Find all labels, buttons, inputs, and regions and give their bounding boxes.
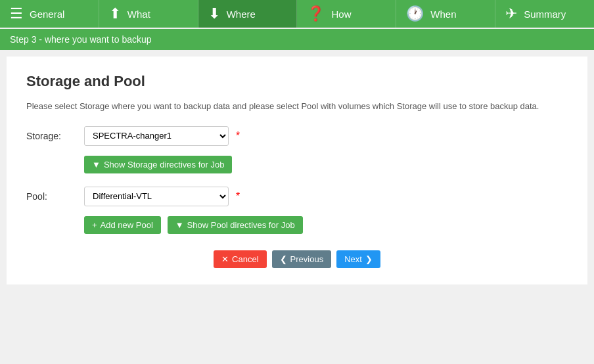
tab-how-label: How — [331, 9, 351, 20]
general-icon: ☰ — [10, 7, 23, 21]
previous-icon: ❮ — [280, 254, 287, 264]
tab-general[interactable]: ☰ General — [0, 0, 99, 28]
tab-summary[interactable]: ✈ Summary — [495, 0, 594, 28]
pool-select[interactable]: Differential-VTL Full Incremental — [84, 187, 229, 206]
cancel-label: Cancel — [232, 254, 258, 264]
where-icon: ⬇ — [208, 7, 220, 21]
breadcrumb-text: Step 3 - where you want to backup — [10, 34, 152, 45]
show-storage-icon: ▼ — [92, 160, 101, 170]
bottom-buttons: ✕ Cancel ❮ Previous Next ❯ — [26, 250, 568, 268]
what-icon: ⬆ — [109, 7, 121, 21]
add-pool-label: Add new Pool — [101, 220, 153, 230]
tab-where[interactable]: ⬇ Where — [198, 0, 298, 28]
how-icon: ❓ — [307, 7, 325, 21]
previous-label: Previous — [290, 254, 324, 264]
main-content: Storage and Pool Please select Storage w… — [7, 57, 587, 284]
show-pool-label: Show Pool directives for Job — [187, 220, 295, 230]
show-storage-label: Show Storage directives for Job — [104, 160, 225, 170]
show-pool-btn[interactable]: ▼ Show Pool directives for Job — [168, 216, 303, 234]
storage-label: Storage: — [26, 131, 79, 141]
tab-when-label: When — [430, 9, 456, 20]
show-storage-btn[interactable]: ▼ Show Storage directives for Job — [84, 156, 232, 173]
add-pool-btn[interactable]: + Add new Pool — [84, 216, 161, 234]
cancel-icon: ✕ — [221, 254, 229, 264]
storage-required: * — [236, 130, 240, 142]
pool-label: Pool: — [26, 191, 79, 202]
pool-actions-row: + Add new Pool ▼ Show Pool directives fo… — [84, 216, 568, 234]
tab-how[interactable]: ❓ How — [297, 0, 396, 28]
pool-group: Pool: Differential-VTL Full Incremental … — [26, 187, 568, 206]
tab-where-label: Where — [227, 9, 256, 20]
storage-group: Storage: SPECTRA-changer1 File Tape * — [26, 126, 568, 146]
cancel-button[interactable]: ✕ Cancel — [214, 250, 266, 268]
next-button[interactable]: Next ❯ — [336, 250, 380, 268]
page-title: Storage and Pool — [26, 73, 568, 90]
tab-what-label: What — [127, 9, 150, 20]
next-label: Next — [344, 254, 362, 264]
show-storage-row: ▼ Show Storage directives for Job — [84, 156, 568, 173]
breadcrumb: Step 3 - where you want to backup — [0, 29, 594, 50]
add-pool-icon: + — [92, 220, 97, 230]
pool-required: * — [236, 191, 240, 202]
summary-icon: ✈ — [505, 7, 517, 21]
show-pool-icon: ▼ — [175, 220, 184, 230]
previous-button[interactable]: ❮ Previous — [272, 250, 332, 268]
tab-summary-label: Summary — [524, 9, 566, 20]
description-text: Please select Storage where you want to … — [26, 100, 568, 113]
tab-when[interactable]: 🕐 When — [396, 0, 495, 28]
next-icon: ❯ — [365, 254, 373, 264]
when-icon: 🕐 — [406, 7, 424, 21]
storage-select[interactable]: SPECTRA-changer1 File Tape — [84, 126, 229, 146]
tab-what[interactable]: ⬆ What — [99, 0, 198, 28]
nav-tabs: ☰ General ⬆ What ⬇ Where ❓ How 🕐 When ✈ … — [0, 0, 594, 28]
tab-general-label: General — [30, 9, 64, 20]
